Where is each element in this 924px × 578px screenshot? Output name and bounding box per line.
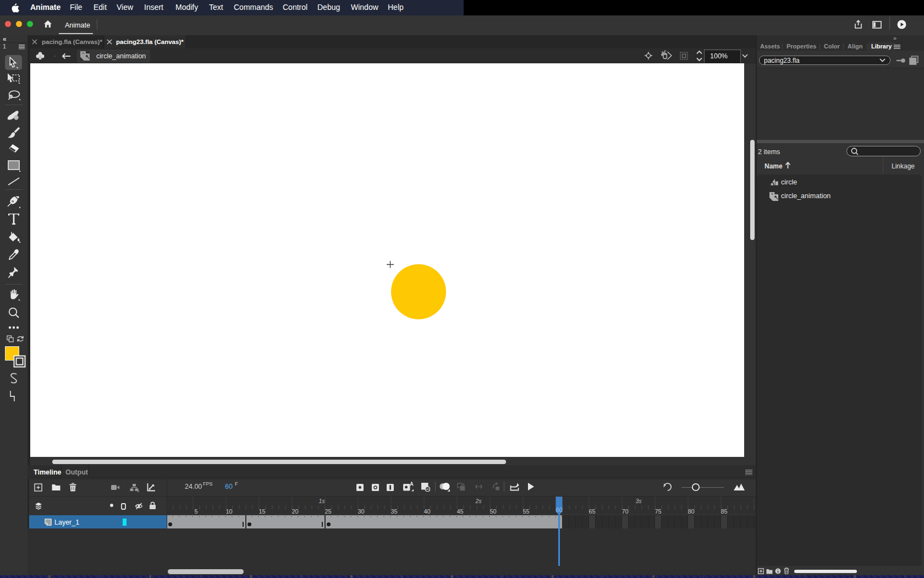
- svg-text:40: 40: [424, 508, 430, 514]
- svg-text:30: 30: [358, 508, 364, 514]
- svg-text:55: 55: [522, 508, 529, 514]
- svg-text:3s: 3s: [635, 498, 642, 504]
- svg-text:25: 25: [324, 508, 331, 514]
- svg-text:45: 45: [457, 508, 463, 514]
- svg-text:10: 10: [226, 508, 232, 514]
- svg-text:35: 35: [391, 508, 397, 514]
- svg-text:80: 80: [688, 508, 694, 514]
- svg-text:65: 65: [588, 508, 595, 514]
- svg-text:70: 70: [622, 508, 628, 514]
- svg-text:2s: 2s: [475, 498, 482, 504]
- svg-text:1s: 1s: [318, 498, 325, 504]
- svg-text:50: 50: [490, 508, 496, 514]
- svg-text:15: 15: [258, 508, 265, 514]
- svg-text:85: 85: [721, 508, 727, 514]
- svg-text:5: 5: [194, 508, 197, 514]
- svg-text:75: 75: [654, 508, 661, 514]
- svg-text:20: 20: [292, 508, 298, 514]
